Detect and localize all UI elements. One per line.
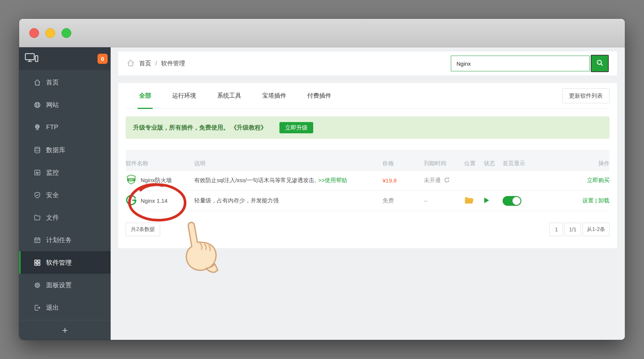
sidebar-item-logout[interactable]: 退出	[19, 296, 111, 319]
sidebar-item-files[interactable]: 文件	[19, 206, 111, 229]
update-software-list-button[interactable]: 更新软件列表	[562, 88, 609, 103]
folder-outline-icon	[33, 213, 41, 222]
ftp-globe-icon	[33, 123, 41, 131]
tab-bt-plugins[interactable]: 宝塔插件	[252, 83, 297, 109]
upgrade-banner: 升级专业版，所有插件，免费使用。 《升级教程》 立即升级	[126, 116, 609, 139]
window-titlebar	[19, 19, 625, 47]
search-input[interactable]	[451, 56, 590, 71]
sidebar-item-website[interactable]: 网站	[19, 94, 111, 116]
sidebar-item-label: 面板设置	[46, 281, 72, 290]
sidebar-item-software[interactable]: 软件管理	[19, 251, 111, 274]
monitor-chart-icon	[33, 168, 41, 176]
breadcrumb-current: 软件管理	[161, 60, 185, 68]
home-icon	[33, 78, 41, 86]
sidebar-item-monitor[interactable]: 监控	[19, 161, 111, 184]
sidebar-item-cron[interactable]: 计划任务	[19, 229, 111, 251]
close-button[interactable]	[29, 28, 39, 38]
sidebar-header: 0	[19, 47, 111, 70]
gear-icon	[33, 281, 41, 289]
breadcrumb: 首页 / 软件管理	[126, 59, 185, 69]
price-value: ¥19.8	[383, 177, 397, 184]
expire-value: 未开通	[424, 177, 441, 184]
app-window: 0 首页 网站	[19, 19, 625, 340]
help-link[interactable]: >>使用帮助	[318, 177, 347, 184]
sidebar-item-home[interactable]: 首页	[19, 71, 111, 94]
sidebar: 0 首页 网站	[19, 47, 111, 340]
desktop-background: { "window": { "badge_count": "0" }, "sid…	[0, 0, 644, 359]
sidebar-add-button[interactable]: +	[19, 320, 111, 340]
action-divider: |	[595, 197, 597, 204]
sidebar-item-security[interactable]: 安全	[19, 184, 111, 206]
waf-shield-icon: WAF	[126, 174, 137, 187]
table-row: Nginx 1.14 轻量级，占有内存少，并发能力强 免费 --	[126, 191, 609, 211]
sidebar-item-label: 软件管理	[46, 258, 72, 267]
upgrade-tutorial-link[interactable]: 《升级教程》	[231, 124, 267, 132]
software-name: Nginx防火墙	[141, 177, 172, 184]
buy-now-link[interactable]: 立即购买	[587, 177, 609, 183]
header-status: 状态	[484, 160, 503, 167]
sidebar-item-label: FTP	[46, 124, 58, 131]
header-description: 说明	[194, 160, 383, 167]
sidebar-menu: 首页 网站 FTP 数	[19, 70, 111, 320]
header-price: 价格	[383, 160, 424, 167]
grid-icon	[33, 258, 41, 267]
tabs-row: 全部 运行环境 系统工具 宝塔插件 付费插件 更新软件列表	[126, 83, 609, 109]
table-row: WAF Nginx防火墙 有效防止sql注入/xss/一句话木马等常见渗透攻击,…	[126, 170, 609, 191]
expire-value: --	[424, 198, 428, 204]
play-icon[interactable]	[484, 197, 489, 205]
upgrade-banner-text: 升级专业版，所有插件，免费使用。	[133, 124, 229, 132]
database-icon	[33, 146, 41, 154]
uninstall-link[interactable]: 卸载	[598, 197, 609, 204]
search-icon	[596, 59, 604, 68]
page-number-button[interactable]: 1	[549, 223, 563, 236]
software-search	[451, 55, 609, 72]
breadcrumb-separator: /	[155, 60, 157, 67]
software-name: Nginx 1.14	[141, 198, 168, 204]
header-location: 位置	[464, 160, 484, 167]
sidebar-item-label: 首页	[46, 78, 59, 87]
sidebar-item-panel-settings[interactable]: 面板设置	[19, 274, 111, 296]
search-button[interactable]	[591, 55, 609, 72]
page-indicator: 1/1	[564, 223, 581, 236]
header-name: 软件名称	[126, 160, 194, 167]
panel-logo-icon	[25, 53, 39, 65]
nginx-icon	[126, 195, 137, 207]
sidebar-item-ftp[interactable]: FTP	[19, 116, 111, 139]
table-header-row: 软件名称 说明 价格 到期时间 位置 状态 首页显示 操作	[126, 150, 609, 170]
sidebar-item-label: 数据库	[46, 146, 65, 154]
sidebar-item-label: 安全	[46, 191, 59, 199]
open-folder-icon[interactable]	[464, 196, 474, 205]
sidebar-item-label: 监控	[46, 168, 59, 177]
page-range: 从1-2条	[582, 223, 609, 236]
software-panel: 全部 运行环境 系统工具 宝塔插件 付费插件 更新软件列表 升级专业版，所有插件…	[118, 83, 617, 248]
message-count-badge[interactable]: 0	[98, 54, 108, 64]
sidebar-item-database[interactable]: 数据库	[19, 139, 111, 161]
globe-icon	[33, 101, 41, 109]
header-actions: 操作	[527, 160, 609, 167]
upgrade-now-button[interactable]: 立即升级	[279, 122, 313, 133]
table-footer: 共2条数据 1 1/1 从1-2条	[126, 223, 609, 236]
breadcrumb-home-link[interactable]: 首页	[139, 60, 151, 68]
calendar-icon	[33, 236, 41, 244]
tab-all[interactable]: 全部	[129, 83, 162, 109]
settings-link[interactable]: 设置	[582, 197, 594, 204]
software-description: 轻量级，占有内存少，并发能力强	[194, 197, 279, 204]
sidebar-item-label: 退出	[46, 303, 59, 312]
header-home-display: 首页显示	[503, 160, 527, 167]
tab-paid-plugins[interactable]: 付费插件	[297, 83, 342, 109]
shield-check-icon	[33, 191, 41, 199]
refresh-icon[interactable]	[444, 177, 450, 184]
tab-system-tools[interactable]: 系统工具	[207, 83, 252, 109]
price-value: 免费	[383, 197, 394, 204]
content-area: 首页 / 软件管理 全部	[111, 47, 625, 340]
breadcrumb-home-icon	[126, 59, 135, 69]
pagination: 1 1/1 从1-2条	[549, 223, 609, 236]
software-table: 软件名称 说明 价格 到期时间 位置 状态 首页显示 操作 WAF	[126, 150, 609, 211]
main-area: 0 首页 网站	[19, 47, 625, 340]
category-tabs: 全部 运行环境 系统工具 宝塔插件 付费插件	[129, 83, 342, 109]
minimize-button[interactable]	[45, 28, 55, 38]
home-display-toggle[interactable]	[503, 196, 521, 206]
zoom-button[interactable]	[62, 28, 71, 38]
sidebar-item-label: 计划任务	[46, 236, 72, 244]
tab-runtime[interactable]: 运行环境	[162, 83, 207, 109]
